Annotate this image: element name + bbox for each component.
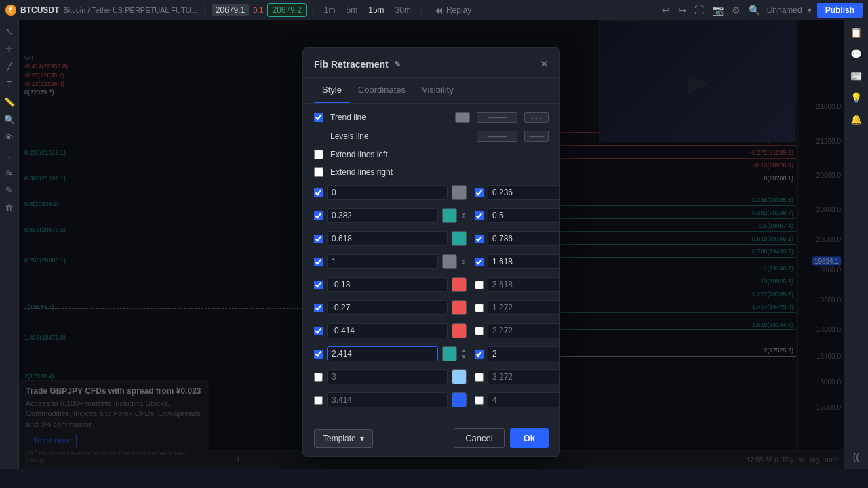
redo-button[interactable]: ↪: [677, 3, 688, 17]
level-neg0414-input[interactable]: [327, 323, 448, 338]
level-05-input[interactable]: [488, 208, 560, 223]
expand-btn[interactable]: ((: [847, 447, 866, 466]
level-1-checkbox[interactable]: [314, 258, 323, 266]
level-neg013-input[interactable]: [327, 277, 448, 292]
level-2272-input[interactable]: [488, 323, 560, 338]
level-1272-checkbox[interactable]: [475, 304, 484, 312]
tf-1m[interactable]: 1m: [321, 4, 339, 16]
level-3414-color[interactable]: [452, 392, 467, 407]
extend-right-checkbox[interactable]: [314, 167, 323, 177]
extend-left-checkbox[interactable]: [314, 150, 323, 159]
alerts-btn[interactable]: 🔔: [847, 110, 866, 129]
tab-visibility[interactable]: Visibility: [414, 78, 462, 103]
level-0-color[interactable]: [452, 185, 467, 200]
replay-button[interactable]: ⏮ Replay: [429, 3, 477, 17]
trend-line-color[interactable]: [455, 112, 470, 123]
level-0236-input[interactable]: [488, 185, 560, 200]
line-tool[interactable]: ╱: [1, 58, 18, 75]
level-neg027-input[interactable]: [327, 300, 448, 315]
ok-button[interactable]: Ok: [510, 428, 549, 448]
levels-line-style-solid[interactable]: ────: [477, 131, 517, 142]
level-3414-checkbox[interactable]: [314, 396, 323, 405]
watchlist-btn[interactable]: 📋: [847, 23, 866, 42]
level-1-color[interactable]: [442, 254, 457, 269]
level-2-input[interactable]: [488, 346, 560, 361]
level-0-input[interactable]: [327, 185, 448, 200]
template-button[interactable]: Template ▾: [314, 429, 373, 448]
fullscreen-button[interactable]: ⛶: [693, 3, 705, 17]
level-neg0414-checkbox[interactable]: [314, 327, 323, 336]
level-0382-input[interactable]: [327, 208, 438, 223]
level-3272-checkbox[interactable]: [475, 373, 484, 382]
level-3-color[interactable]: [452, 369, 467, 384]
level-3-checkbox[interactable]: [314, 373, 323, 382]
level-3618-input[interactable]: [488, 277, 560, 292]
brush-tool[interactable]: ✎: [1, 182, 18, 198]
chart-area[interactable]: -0.618(21770.2) -0.414(21439.4) -0.272(2…: [19, 20, 844, 469]
level-0618-checkbox[interactable]: [314, 235, 323, 243]
cancel-button[interactable]: Cancel: [454, 428, 504, 448]
text-tool[interactable]: T: [1, 76, 18, 92]
close-dialog-button[interactable]: ✕: [540, 58, 549, 70]
camera-button[interactable]: 📷: [711, 3, 725, 17]
level-0786-input[interactable]: [488, 231, 560, 246]
level-0382-color[interactable]: [442, 208, 457, 223]
edit-title-icon[interactable]: ✎: [394, 60, 401, 69]
trend-line-style-solid[interactable]: ────: [477, 112, 517, 123]
settings-button[interactable]: ⚙: [730, 3, 742, 17]
level-2414-input[interactable]: [327, 346, 438, 361]
delete-tool[interactable]: 🗑: [1, 199, 18, 216]
level-2272-checkbox[interactable]: [475, 327, 484, 336]
level-4-input[interactable]: [488, 392, 560, 407]
ideas-btn[interactable]: 💡: [847, 88, 866, 107]
level-0618-color[interactable]: [452, 231, 467, 246]
search-button[interactable]: 🔍: [747, 3, 762, 17]
tf-5m[interactable]: 5m: [343, 4, 361, 16]
level-2-checkbox[interactable]: [475, 350, 484, 359]
zoom-tool[interactable]: 🔍: [1, 111, 18, 127]
tab-coordinates[interactable]: Coordinates: [350, 78, 414, 103]
level-4-checkbox[interactable]: [475, 396, 484, 405]
level-neg027-checkbox[interactable]: [314, 304, 323, 312]
level-1618-checkbox[interactable]: [475, 258, 484, 266]
trend-line-checkbox[interactable]: [314, 113, 323, 122]
levels-line-style-dash[interactable]: ───: [524, 131, 549, 142]
level-1-input[interactable]: [327, 254, 438, 269]
level-3618-checkbox[interactable]: [475, 281, 484, 289]
level-neg0414-color[interactable]: [452, 323, 467, 338]
arrow-down-tool[interactable]: ↓: [1, 146, 18, 163]
level-1-arrows[interactable]: ⇕: [461, 258, 467, 266]
fib-tool[interactable]: ≋: [1, 164, 18, 180]
template-chevron-icon: ▾: [360, 434, 364, 443]
publish-button[interactable]: Publish: [817, 3, 863, 18]
level-05-checkbox[interactable]: [475, 211, 484, 220]
tab-style[interactable]: Style: [314, 78, 350, 103]
level-1272-input[interactable]: [488, 300, 560, 315]
level-3414-input[interactable]: [327, 392, 448, 407]
level-0-checkbox[interactable]: [314, 188, 323, 197]
tf-15m[interactable]: 15m: [365, 4, 387, 16]
level-1618-input[interactable]: [488, 254, 560, 269]
cursor-tool[interactable]: ↖: [1, 23, 18, 39]
level-neg013-checkbox[interactable]: [314, 281, 323, 289]
undo-button[interactable]: ↩: [660, 3, 671, 17]
level-0618-input[interactable]: [327, 231, 448, 246]
chat-btn[interactable]: 💬: [847, 45, 866, 64]
level-3-input[interactable]: [327, 369, 448, 384]
level-2414-stepper[interactable]: ▲ ▼: [461, 348, 467, 360]
measure-tool[interactable]: 📏: [1, 94, 18, 110]
news-btn[interactable]: 📰: [847, 66, 866, 85]
level-2414-checkbox[interactable]: [314, 350, 323, 359]
level-2414-color[interactable]: [442, 346, 457, 361]
level-3272-input[interactable]: [488, 369, 560, 384]
crosshair-tool[interactable]: ✛: [1, 41, 18, 57]
level-0382-expand[interactable]: ⇕: [461, 212, 467, 220]
level-0786-checkbox[interactable]: [475, 235, 484, 243]
level-0382-checkbox[interactable]: [314, 211, 323, 220]
level-neg027-color[interactable]: [452, 300, 467, 315]
trend-line-style-dashed[interactable]: - - -: [524, 112, 549, 123]
level-0236-checkbox[interactable]: [475, 188, 484, 197]
level-neg013-color[interactable]: [452, 277, 467, 292]
tf-30m[interactable]: 30m: [392, 4, 414, 16]
watch-tool[interactable]: 👁: [1, 129, 18, 145]
